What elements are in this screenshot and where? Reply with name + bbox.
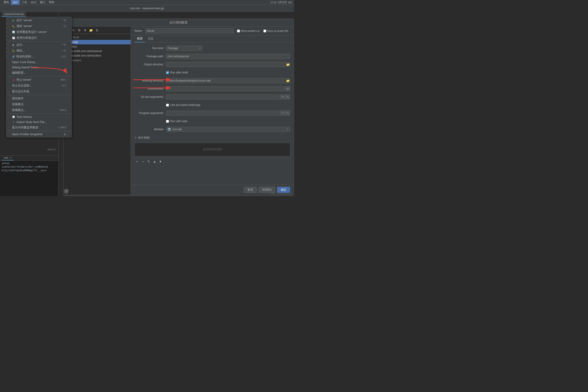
execute-minus-btn[interactable]: −	[140, 159, 145, 164]
custom-tags-check[interactable]: Use all custom build tags	[166, 104, 200, 106]
tree-item-server[interactable]: G server	[63, 40, 131, 44]
name-input[interactable]	[145, 28, 234, 33]
package-path-input[interactable]	[166, 54, 290, 59]
run-kind-control: Package File Directory	[166, 46, 290, 51]
output-dir-control: 📁	[166, 62, 290, 67]
sidebar-toolbar: − ⎘ ⚙ ▼ 📁 ⇅	[63, 26, 131, 34]
menu-item-run-server[interactable]: ▶ 运行 'server' ^R	[6, 17, 72, 23]
menu-vcs[interactable]: VCS	[29, 0, 38, 5]
test-history-icon: 🕐	[12, 115, 15, 118]
tree-myclient-label: go build com.net/myclient	[70, 54, 101, 57]
tab-config[interactable]: 配置	[134, 35, 145, 42]
menu-item-debug-actions[interactable]: 调试操作	[6, 96, 72, 102]
menu-item-core-dump[interactable]: Open Core Dump...	[6, 60, 72, 65]
cancel-button[interactable]: 取消	[244, 187, 257, 193]
execute-down-btn[interactable]: ▼	[158, 159, 163, 164]
run-after-build-check[interactable]: Run after build	[166, 71, 188, 74]
apply-button[interactable]: 应用(A)	[259, 187, 275, 193]
output-dir-input[interactable]	[166, 62, 290, 67]
dialog-footer: 取消 应用(A) 确定	[131, 185, 294, 195]
environment-copy-btn[interactable]: ⎘	[285, 86, 290, 91]
tab-log[interactable]: 日志	[145, 35, 156, 42]
terminal-tabs: ient ✕	[0, 156, 58, 161]
menu-item-edit-config[interactable]: 编辑配置...	[6, 70, 72, 76]
menu-item-coverage-server[interactable]: 📊 使用覆盖率运行 'server'	[6, 29, 72, 35]
execute-up-btn[interactable]: ▲	[152, 159, 157, 164]
run-sudo-checkbox[interactable]	[166, 120, 169, 123]
menu-item-stop-bg[interactable]: 停止后台进程... ⇧F2	[6, 83, 72, 88]
custom-tags-checkbox[interactable]	[166, 104, 169, 106]
date-display: 4月22日	[278, 1, 287, 4]
tree-item-build-myclient[interactable]: G go build com.net/myclient	[63, 54, 131, 58]
run-after-build-control: Run after build	[166, 71, 290, 74]
store-project-check[interactable]: Store as project file	[263, 30, 288, 32]
program-args-input[interactable]	[166, 110, 280, 116]
environment-control: ⎘	[166, 86, 290, 91]
working-dir-input[interactable]	[166, 78, 290, 83]
menu-item-debug-any[interactable]: 🐛 调试... ^^D	[6, 48, 72, 54]
help-button-area: ?	[64, 189, 69, 194]
working-dir-folder-btn[interactable]: 📁	[286, 79, 290, 82]
watermark: CSDN @hualaoshuan	[270, 192, 292, 195]
menu-help[interactable]: 帮助	[47, 0, 56, 5]
tree-item-build-myserver[interactable]: G go build com.net/myserver	[63, 49, 131, 54]
sidebar-copy-btn[interactable]: ⎘	[71, 28, 76, 32]
dialog-body: − ⎘ ⚙ ▼ 📁 ⇅ ▶ Go Build G server	[63, 26, 294, 195]
section-toggle-icon[interactable]: ▼	[134, 136, 137, 139]
terminal-close[interactable]: ✕	[10, 156, 12, 159]
tree-server-label: server	[70, 40, 78, 44]
package-path-row: Package path:	[134, 54, 290, 59]
menu-tools[interactable]: 工具	[20, 0, 29, 5]
run-sudo-control: Run with sudo	[166, 120, 290, 123]
menu-item-debug-server[interactable]: 🐛 调试 'server' ^D	[6, 23, 72, 29]
sidebar-folder-btn[interactable]: 📁	[88, 28, 94, 32]
menu-item-run-any[interactable]: ▶ 运行... ^^R	[6, 42, 72, 48]
go-tool-args-input[interactable]	[166, 94, 280, 99]
go-tool-expand-btn[interactable]: ⤡	[285, 94, 290, 99]
run-sudo-check[interactable]: Run with sudo	[166, 120, 188, 123]
sidebar-dropdown-btn[interactable]: ▼	[83, 28, 88, 32]
go-tool-args-row: Go tool arguments: + ⤡	[134, 94, 290, 100]
output-dir-folder-btn[interactable]: 📁	[286, 63, 290, 66]
import-tests-icon: ↗	[12, 120, 15, 124]
allow-parallel-check[interactable]: Allow parallel run	[237, 30, 260, 32]
ok-button[interactable]: 确定	[277, 187, 290, 193]
run-after-build-row: Run after build	[134, 70, 290, 76]
menu-restructure[interactable]: 重构	[2, 0, 11, 5]
sidebar-settings-btn[interactable]: ⚙	[77, 28, 82, 32]
sidebar-sort-btn[interactable]: ⇅	[94, 28, 99, 32]
execute-edit-btn[interactable]: ✎	[146, 159, 151, 164]
tree-item-client[interactable]: G client	[63, 44, 131, 49]
menu-item-coverage-data[interactable]: 显示代码覆盖率数据 ⌥⌘F6	[6, 124, 72, 130]
allow-parallel-checkbox[interactable]	[237, 30, 240, 32]
environment-input[interactable]	[166, 86, 285, 91]
menu-item-show-run-list[interactable]: 显示运行列表	[6, 88, 72, 94]
menu-item-attach[interactable]: 🔗 附加到进程... ⌥F5	[6, 54, 72, 60]
run-kind-select[interactable]: Package File Directory	[166, 46, 202, 51]
program-args-plus-btn[interactable]: +	[280, 110, 285, 116]
menu-item-import-tests[interactable]: ↗ Import Tests from File...	[6, 120, 72, 124]
run-dropdown-menu: ▶ 运行 'server' ^R 🐛 调试 'server' ^D 📊 使用覆盖…	[6, 17, 72, 138]
menu-run[interactable]: 运行	[11, 0, 20, 5]
menu-item-debug-saved[interactable]: Debug Saved Trace...	[6, 65, 72, 70]
menu-window[interactable]: 窗口	[38, 0, 47, 5]
menu-item-toggle-breakpoint[interactable]: 切换断点	[6, 102, 72, 107]
terminal-tab-active[interactable]: ient ✕	[2, 156, 14, 160]
execute-plus-btn[interactable]: +	[134, 159, 140, 164]
menu-item-profiler-run[interactable]: 📈 使用分析器运行	[6, 35, 72, 41]
program-args-expand-btn[interactable]: ⤡	[285, 110, 290, 116]
store-project-checkbox[interactable]	[263, 30, 266, 32]
menu-item-stop-server[interactable]: ■ 停止'server' ⌘F2	[6, 77, 72, 83]
menu-sep-1	[6, 41, 72, 42]
help-button[interactable]: ?	[64, 189, 69, 194]
name-label: Name:	[134, 29, 144, 32]
go-tool-plus-btn[interactable]: +	[280, 94, 285, 99]
run-after-build-checkbox[interactable]	[166, 71, 169, 74]
menu-item-open-profiler[interactable]: Open Profiler Snapshot ▶	[6, 132, 72, 137]
menu-item-view-breakpoints[interactable]: 查看断点... ⇧⌘F8	[6, 107, 72, 113]
module-select-wrapper[interactable]: 📦 com.net ▼	[166, 127, 290, 132]
menu-item-test-history[interactable]: 🕐 Test History	[6, 114, 72, 120]
terminal-line-3: kl2jr1s6ffg10sw0000gn/T/__serv	[2, 169, 57, 172]
editor-tab-active[interactable]: myserver/main.go	[2, 12, 26, 17]
debug-icon: 🐛	[12, 24, 15, 28]
